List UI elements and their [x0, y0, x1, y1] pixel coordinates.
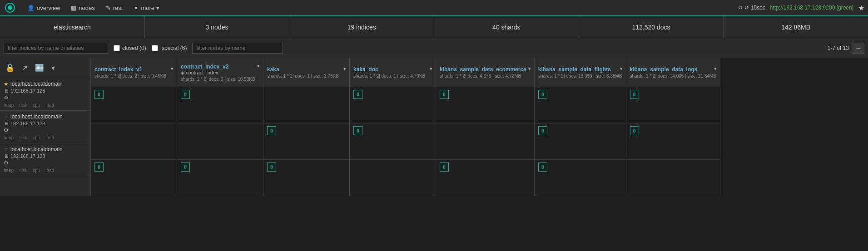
- shard-cell: [350, 160, 436, 196]
- rest-icon: ✎: [106, 5, 111, 11]
- app-logo[interactable]: [4, 1, 16, 14]
- index-name[interactable]: kibana_sample_data_flights▾: [538, 66, 622, 73]
- index-dropdown-icon[interactable]: ▾: [620, 66, 622, 71]
- index-stats: shards: 1 * 2| docs: 1 | size: 4.79KB: [353, 74, 432, 79]
- node-row: ☆ localhost.localdomain 🖥 192.168.17.128…: [0, 143, 90, 176]
- shard-badge[interactable]: 0: [353, 126, 362, 135]
- index-column: kaka▾shards: 1 * 2| docs: 1 | size: 3.76…: [263, 58, 350, 196]
- shard-badge[interactable]: 0: [538, 90, 547, 99]
- filter-indices-input[interactable]: [4, 43, 108, 54]
- shard-cell: 0: [91, 160, 177, 196]
- shard-badge[interactable]: 0: [630, 90, 639, 99]
- shard-badge[interactable]: 0: [267, 162, 276, 172]
- index-column: kibana_sample_data_ecommerce▾shards: 1 *…: [436, 58, 535, 196]
- server-icon-2: 🖥: [4, 121, 9, 126]
- stat-indices: 19 indices: [289, 16, 434, 38]
- index-name[interactable]: contract_index_v1▾: [94, 66, 173, 73]
- index-stats: shards: 1 * 2| docs: 2 | size: 9.45KB: [94, 74, 173, 79]
- shard-badge[interactable]: 0: [538, 126, 547, 135]
- shard-badge[interactable]: 0: [94, 90, 104, 99]
- svg-point-1: [8, 5, 12, 10]
- index-name[interactable]: contract_index_v2▾: [181, 64, 259, 70]
- nav-overview[interactable]: 👤 overview: [22, 0, 65, 16]
- lock-icon-button[interactable]: 🔓: [4, 63, 16, 73]
- sort-icon-button[interactable]: 🔤: [33, 63, 46, 73]
- more-icon: ✦: [134, 5, 139, 11]
- index-dropdown-icon[interactable]: ▾: [257, 64, 259, 69]
- expand-icon-button[interactable]: ↗: [20, 63, 30, 73]
- next-page-button[interactable]: →: [852, 43, 864, 54]
- node-gear-3: ⚙: [4, 160, 87, 166]
- index-header: kaka▾shards: 1 * 2| docs: 1 | size: 3.76…: [263, 58, 349, 87]
- shard-badge[interactable]: 0: [630, 126, 639, 135]
- stat-nodes: 3 nodes: [145, 16, 290, 38]
- shard-cell: [91, 123, 177, 160]
- index-alias: ◈ contract_index: [181, 70, 259, 76]
- node-star-3[interactable]: ☆: [4, 146, 9, 153]
- index-dropdown-icon[interactable]: ▾: [430, 66, 432, 71]
- index-stats: shards: 1 * 2| docs: 1 | size: 3.76KB: [267, 74, 346, 79]
- shard-badge[interactable]: 0: [267, 126, 276, 135]
- index-stats: shards: 1 * 2| docs: 13,059 | size: 6.38…: [538, 74, 622, 79]
- node-star-1[interactable]: ★: [4, 81, 9, 87]
- shard-badge[interactable]: 0: [440, 162, 449, 172]
- indices-area: contract_index_v1▾shards: 1 * 2| docs: 2…: [91, 58, 868, 196]
- filter-nodes-input[interactable]: [192, 43, 283, 54]
- shard-cell: 0: [436, 160, 534, 196]
- nodes-icon: ▦: [71, 5, 76, 11]
- index-name[interactable]: kaka_doc▾: [353, 66, 432, 73]
- node-name-2: ☆ localhost.localdomain: [4, 113, 87, 120]
- nav-nodes[interactable]: ▦ nodes: [65, 0, 100, 16]
- shard-cell: 0: [263, 123, 349, 160]
- index-name[interactable]: kibana_sample_data_ecommerce▾: [440, 66, 531, 73]
- star-icon[interactable]: ★: [858, 4, 864, 12]
- shard-badge[interactable]: 0: [538, 162, 547, 172]
- index-name[interactable]: kaka▾: [267, 66, 346, 73]
- special-checkbox[interactable]: [152, 45, 158, 51]
- closed-checkbox[interactable]: [114, 45, 120, 51]
- shard-cell: 0: [626, 87, 720, 123]
- server-icon-3: 🖥: [4, 153, 9, 159]
- refresh-icon: ↺: [738, 5, 743, 11]
- shard-badge[interactable]: 0: [181, 90, 190, 99]
- pagination-info: 1-7 of 13 →: [828, 43, 864, 54]
- overview-icon: 👤: [27, 5, 35, 11]
- node-metrics-2: heap disk cpu load: [4, 135, 87, 140]
- node-gear-1: ⚙: [4, 94, 87, 101]
- index-header: kibana_sample_data_ecommerce▾shards: 1 *…: [436, 58, 534, 87]
- node-name-3: ☆ localhost.localdomain: [4, 146, 87, 153]
- cluster-url: http://192.168.17.128:9200 [green]: [770, 5, 853, 11]
- node-row: ★ localhost.localdomain 🖥 192.168.17.128…: [0, 78, 90, 111]
- node-star-2[interactable]: ☆: [4, 113, 9, 120]
- stat-shards: 40 shards: [434, 16, 579, 38]
- index-dropdown-icon[interactable]: ▾: [343, 66, 346, 71]
- index-header: contract_index_v2▾◈ contract_indexshards…: [177, 58, 263, 87]
- stat-size: 142.86MB: [724, 16, 868, 38]
- stats-bar: elasticsearch 3 nodes 19 indices 40 shar…: [0, 16, 868, 38]
- shard-cell: [263, 87, 349, 123]
- index-dropdown-icon[interactable]: ▾: [171, 66, 173, 71]
- nav-more[interactable]: ✦ more ▾: [128, 0, 164, 16]
- index-dropdown-icon[interactable]: ▾: [714, 66, 716, 71]
- refresh-control[interactable]: ↺ ↺ 15sec: [738, 5, 765, 11]
- shard-cell: 0: [177, 160, 263, 196]
- shard-badge[interactable]: 0: [181, 162, 190, 172]
- shard-badge[interactable]: 0: [94, 162, 104, 172]
- filter-icon-button[interactable]: ▾: [50, 63, 57, 73]
- shard-cell: 0: [350, 87, 436, 123]
- shard-cell: 0: [535, 87, 626, 123]
- index-header: kaka_doc▾shards: 1 * 2| docs: 1 | size: …: [350, 58, 436, 87]
- shard-cell: 0: [535, 123, 626, 160]
- index-name[interactable]: kibana_sample_data_logs▾: [630, 66, 716, 73]
- shard-cell: 0: [177, 87, 263, 123]
- index-column: kibana_sample_data_flights▾shards: 1 * 2…: [535, 58, 626, 196]
- special-checkbox-label[interactable]: .special (6): [152, 45, 187, 51]
- shard-badge[interactable]: 0: [440, 90, 449, 99]
- closed-checkbox-label[interactable]: closed (0): [114, 45, 146, 51]
- nav-rest[interactable]: ✎ rest: [100, 0, 129, 16]
- shard-badge[interactable]: 0: [353, 90, 362, 99]
- shard-cell: [177, 123, 263, 160]
- index-dropdown-icon[interactable]: ▾: [528, 66, 531, 71]
- shard-cell: [626, 160, 720, 196]
- shard-cell: 0: [263, 160, 349, 196]
